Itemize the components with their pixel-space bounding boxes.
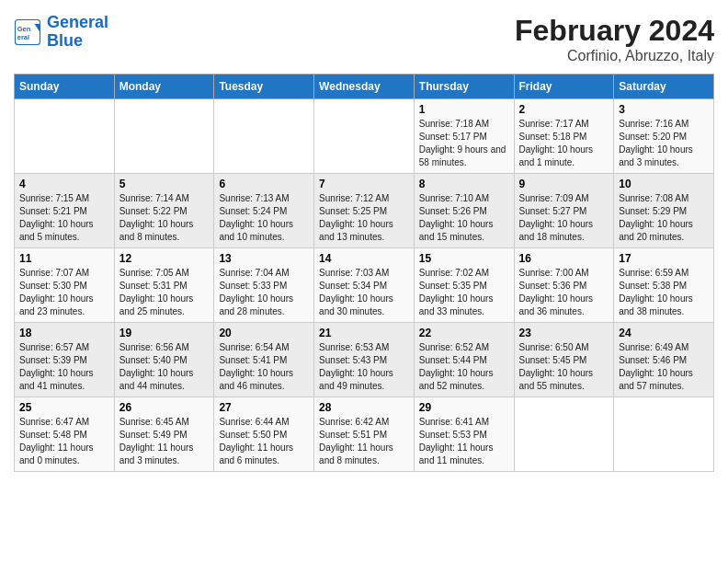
day-number: 23	[519, 327, 609, 339]
day-number: 20	[219, 327, 309, 339]
day-number: 13	[219, 252, 309, 265]
day-info: Sunrise: 6:56 AM Sunset: 5:40 PM Dayligh…	[119, 341, 210, 393]
calendar-cell: 4Sunrise: 7:15 AM Sunset: 5:21 PM Daylig…	[15, 174, 115, 248]
day-info: Sunrise: 7:13 AM Sunset: 5:24 PM Dayligh…	[219, 192, 309, 244]
day-number: 24	[619, 327, 709, 339]
calendar-cell: 14Sunrise: 7:03 AM Sunset: 5:34 PM Dayli…	[314, 248, 415, 323]
calendar-cell: 18Sunrise: 6:57 AM Sunset: 5:39 PM Dayli…	[15, 323, 115, 397]
day-number: 14	[319, 252, 409, 265]
calendar-cell: 15Sunrise: 7:02 AM Sunset: 5:35 PM Dayli…	[414, 248, 514, 323]
day-number: 5	[119, 178, 210, 190]
day-info: Sunrise: 6:59 AM Sunset: 5:38 PM Dayligh…	[619, 267, 709, 318]
day-info: Sunrise: 6:47 AM Sunset: 5:48 PM Dayligh…	[19, 416, 109, 467]
logo-icon: Gen eral	[14, 18, 41, 46]
day-info: Sunrise: 7:17 AM Sunset: 5:18 PM Dayligh…	[519, 118, 609, 169]
day-number: 28	[319, 401, 409, 414]
page-header: Gen eral General Blue February 2024 Corf…	[14, 14, 714, 64]
calendar-cell: 9Sunrise: 7:09 AM Sunset: 5:27 PM Daylig…	[514, 174, 614, 248]
day-info: Sunrise: 7:04 AM Sunset: 5:33 PM Dayligh…	[219, 267, 309, 318]
calendar-cell: 2Sunrise: 7:17 AM Sunset: 5:18 PM Daylig…	[514, 99, 614, 174]
svg-text:eral: eral	[17, 32, 29, 40]
day-number: 22	[419, 327, 509, 339]
weekday-header: Sunday	[15, 75, 115, 99]
logo-text: General Blue	[47, 14, 108, 51]
calendar-cell	[214, 99, 314, 174]
day-info: Sunrise: 6:50 AM Sunset: 5:45 PM Dayligh…	[519, 341, 609, 393]
calendar-header-row: SundayMondayTuesdayWednesdayThursdayFrid…	[15, 75, 714, 99]
day-info: Sunrise: 7:08 AM Sunset: 5:29 PM Dayligh…	[619, 192, 709, 244]
weekday-header: Thursday	[414, 75, 514, 99]
calendar-cell: 8Sunrise: 7:10 AM Sunset: 5:26 PM Daylig…	[414, 174, 514, 248]
day-info: Sunrise: 7:05 AM Sunset: 5:31 PM Dayligh…	[119, 267, 210, 318]
calendar-week-row: 4Sunrise: 7:15 AM Sunset: 5:21 PM Daylig…	[15, 174, 714, 248]
title-block: February 2024 Corfinio, Abruzzo, Italy	[515, 14, 714, 64]
page-subtitle: Corfinio, Abruzzo, Italy	[515, 48, 714, 64]
day-info: Sunrise: 7:14 AM Sunset: 5:22 PM Dayligh…	[119, 192, 210, 244]
weekday-header: Friday	[514, 75, 614, 99]
day-info: Sunrise: 6:52 AM Sunset: 5:44 PM Dayligh…	[419, 341, 509, 393]
day-info: Sunrise: 6:42 AM Sunset: 5:51 PM Dayligh…	[319, 416, 409, 467]
day-info: Sunrise: 7:16 AM Sunset: 5:20 PM Dayligh…	[619, 118, 709, 169]
day-number: 19	[119, 327, 210, 339]
day-number: 10	[619, 178, 709, 190]
calendar-cell: 7Sunrise: 7:12 AM Sunset: 5:25 PM Daylig…	[314, 174, 415, 248]
calendar-cell: 11Sunrise: 7:07 AM Sunset: 5:30 PM Dayli…	[15, 248, 115, 323]
calendar-cell: 27Sunrise: 6:44 AM Sunset: 5:50 PM Dayli…	[214, 397, 314, 472]
day-number: 18	[19, 327, 109, 339]
calendar-cell: 28Sunrise: 6:42 AM Sunset: 5:51 PM Dayli…	[314, 397, 415, 472]
weekday-header: Wednesday	[314, 75, 415, 99]
day-number: 29	[419, 401, 509, 414]
weekday-header: Saturday	[614, 75, 714, 99]
day-number: 21	[319, 327, 409, 339]
calendar-cell	[514, 397, 614, 472]
calendar-week-row: 18Sunrise: 6:57 AM Sunset: 5:39 PM Dayli…	[15, 323, 714, 397]
day-number: 3	[619, 103, 709, 116]
logo: Gen eral General Blue	[14, 14, 108, 51]
calendar-cell: 21Sunrise: 6:53 AM Sunset: 5:43 PM Dayli…	[314, 323, 415, 397]
day-info: Sunrise: 6:49 AM Sunset: 5:46 PM Dayligh…	[619, 341, 709, 393]
day-info: Sunrise: 7:15 AM Sunset: 5:21 PM Dayligh…	[19, 192, 109, 244]
calendar-week-row: 25Sunrise: 6:47 AM Sunset: 5:48 PM Dayli…	[15, 397, 714, 472]
day-info: Sunrise: 6:57 AM Sunset: 5:39 PM Dayligh…	[19, 341, 109, 393]
calendar-cell: 22Sunrise: 6:52 AM Sunset: 5:44 PM Dayli…	[414, 323, 514, 397]
calendar-cell: 29Sunrise: 6:41 AM Sunset: 5:53 PM Dayli…	[414, 397, 514, 472]
calendar-cell: 19Sunrise: 6:56 AM Sunset: 5:40 PM Dayli…	[114, 323, 214, 397]
calendar-cell	[614, 397, 714, 472]
svg-text:Gen: Gen	[17, 24, 31, 32]
calendar-cell: 13Sunrise: 7:04 AM Sunset: 5:33 PM Dayli…	[214, 248, 314, 323]
day-number: 25	[19, 401, 109, 414]
day-info: Sunrise: 6:54 AM Sunset: 5:41 PM Dayligh…	[219, 341, 309, 393]
calendar-cell: 10Sunrise: 7:08 AM Sunset: 5:29 PM Dayli…	[614, 174, 714, 248]
day-number: 9	[519, 178, 609, 190]
calendar-cell: 1Sunrise: 7:18 AM Sunset: 5:17 PM Daylig…	[414, 99, 514, 174]
day-info: Sunrise: 7:18 AM Sunset: 5:17 PM Dayligh…	[419, 118, 509, 169]
day-info: Sunrise: 7:03 AM Sunset: 5:34 PM Dayligh…	[319, 267, 409, 318]
day-number: 27	[219, 401, 309, 414]
page-title: February 2024	[515, 14, 714, 48]
day-number: 11	[19, 252, 109, 265]
day-number: 1	[419, 103, 509, 116]
calendar-cell: 5Sunrise: 7:14 AM Sunset: 5:22 PM Daylig…	[114, 174, 214, 248]
calendar-cell: 20Sunrise: 6:54 AM Sunset: 5:41 PM Dayli…	[214, 323, 314, 397]
day-number: 17	[619, 252, 709, 265]
day-number: 12	[119, 252, 210, 265]
day-info: Sunrise: 7:00 AM Sunset: 5:36 PM Dayligh…	[519, 267, 609, 318]
day-number: 2	[519, 103, 609, 116]
calendar-cell: 17Sunrise: 6:59 AM Sunset: 5:38 PM Dayli…	[614, 248, 714, 323]
calendar-cell: 23Sunrise: 6:50 AM Sunset: 5:45 PM Dayli…	[514, 323, 614, 397]
calendar-cell	[314, 99, 415, 174]
calendar-week-row: 1Sunrise: 7:18 AM Sunset: 5:17 PM Daylig…	[15, 99, 714, 174]
day-number: 15	[419, 252, 509, 265]
day-info: Sunrise: 7:10 AM Sunset: 5:26 PM Dayligh…	[419, 192, 509, 244]
calendar-cell: 25Sunrise: 6:47 AM Sunset: 5:48 PM Dayli…	[15, 397, 115, 472]
calendar-cell: 26Sunrise: 6:45 AM Sunset: 5:49 PM Dayli…	[114, 397, 214, 472]
day-info: Sunrise: 6:53 AM Sunset: 5:43 PM Dayligh…	[319, 341, 409, 393]
weekday-header: Monday	[114, 75, 214, 99]
weekday-header: Tuesday	[214, 75, 314, 99]
calendar-cell: 3Sunrise: 7:16 AM Sunset: 5:20 PM Daylig…	[614, 99, 714, 174]
day-number: 4	[19, 178, 109, 190]
calendar-cell: 16Sunrise: 7:00 AM Sunset: 5:36 PM Dayli…	[514, 248, 614, 323]
calendar-week-row: 11Sunrise: 7:07 AM Sunset: 5:30 PM Dayli…	[15, 248, 714, 323]
day-number: 26	[119, 401, 210, 414]
calendar-cell	[15, 99, 115, 174]
